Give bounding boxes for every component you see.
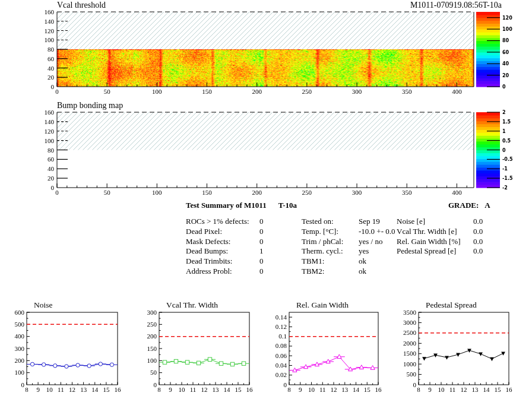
trend-title: Pedestal Spread xyxy=(426,300,477,309)
y-tick-label: 120 xyxy=(45,27,55,34)
y-tick-label: 0.06 xyxy=(276,352,287,359)
bump-map-title: Bump bonding map xyxy=(57,101,123,110)
summary-row: Vcal Thr. Width [e] 0.0 xyxy=(397,227,509,237)
defect-label: ROCs > 1% defects: xyxy=(186,217,249,226)
data-marker xyxy=(337,354,341,359)
bump-bonding-map-map-rect xyxy=(476,162,500,164)
data-marker xyxy=(87,364,91,368)
summary-row: TBM2: ok xyxy=(302,267,408,277)
condition-label: TBM1: xyxy=(302,256,324,265)
data-marker xyxy=(185,360,189,364)
colorbar-tick-label: 120 xyxy=(502,15,512,21)
summary-row: Dead Bumps: 1 xyxy=(186,246,305,256)
defect-label: Mask Defects: xyxy=(186,237,230,246)
hatched-region xyxy=(57,112,474,150)
bump-bonding-map-map-rect xyxy=(476,156,500,159)
x-tick-label: 8 xyxy=(25,386,28,393)
bump-bonding-map-map-rect xyxy=(476,124,500,127)
vcal-threshold-map-rect xyxy=(476,35,500,38)
colorbar-tick-label: 0.5 xyxy=(502,138,511,144)
bump-bonding-map-map-rect xyxy=(476,144,500,147)
y-tick-label: 300 xyxy=(147,309,157,316)
hatched-region xyxy=(57,12,474,49)
defect-label: Dead Pixel: xyxy=(186,227,222,236)
trend-title: Noise xyxy=(34,300,53,309)
module-id-title: M1011-070919.08:56T-10a xyxy=(410,1,502,10)
y-tick-label: 2000 xyxy=(403,340,417,347)
x-tick-label: 50 xyxy=(104,189,111,196)
y-tick-label: 0.04 xyxy=(276,362,287,369)
result-label: Vcal Thr. Width [e] xyxy=(397,227,457,236)
summary-row: ROCs > 1% defects: 0 xyxy=(186,217,305,227)
y-tick-label: 1000 xyxy=(403,360,417,368)
plot-frame xyxy=(27,312,118,385)
x-tick-label: 350 xyxy=(402,189,412,196)
bump-bonding-map-map: 0204060801001201401600501001502002503003… xyxy=(45,109,513,196)
x-tick-label: 0 xyxy=(55,189,59,196)
bump-bonding-map-map-rect xyxy=(476,173,500,176)
condition-label: Temp. [°C]: xyxy=(302,227,338,236)
defect-label: Dead Trimbits: xyxy=(186,256,232,265)
colorbar-tick-label: -1 xyxy=(502,166,508,172)
y-tick-label: 80 xyxy=(48,46,55,53)
x-tick-label: 150 xyxy=(202,189,212,196)
y-tick-label: 0 xyxy=(21,381,25,388)
y-tick-label: 250 xyxy=(147,321,157,328)
summary-row: Rel. Gain Width [%] 0.0 xyxy=(397,237,509,247)
x-tick-label: 400 xyxy=(452,88,462,95)
data-marker xyxy=(30,362,34,366)
x-tick-label: 11 xyxy=(58,386,64,393)
y-tick-label: 60 xyxy=(48,156,55,163)
vcal-threshold-map-rect xyxy=(476,64,500,66)
y-tick-label: 50 xyxy=(150,369,157,376)
x-tick-label: 12 xyxy=(461,386,467,393)
vcal-threshold-map-rect xyxy=(476,81,500,84)
vcal-threshold-map-rect xyxy=(476,66,500,69)
data-marker xyxy=(53,364,57,368)
x-tick-label: 14 xyxy=(483,386,490,393)
data-marker xyxy=(445,356,449,359)
results-column: Noise [e] 0.0 Vcal Thr. Width [e] 0.0 Re… xyxy=(397,217,509,256)
summary-row: Mask Defects: 0 xyxy=(186,237,305,247)
summary-row: TBM1: ok xyxy=(302,256,408,267)
x-tick-label: 12 xyxy=(331,386,337,393)
x-tick-label: 300 xyxy=(352,189,362,196)
x-tick-label: 12 xyxy=(201,386,208,393)
x-tick-label: 14 xyxy=(91,386,99,393)
vcal-threshold-map-rect xyxy=(476,78,500,81)
x-tick-label: 200 xyxy=(252,189,262,196)
summary-row: Dead Trimbits: 0 xyxy=(186,256,305,267)
plot-frame xyxy=(289,312,378,385)
y-tick-label: 0.02 xyxy=(276,371,287,378)
vcal-threshold-map-rect xyxy=(476,46,500,49)
condition-label: Therm. cycl.: xyxy=(302,246,343,255)
y-tick-label: 500 xyxy=(407,370,417,378)
summary-header: Test Summary of M1011T-10a xyxy=(186,201,297,210)
bump-bonding-map-map-rect xyxy=(476,170,500,173)
vcal-threshold-map-rect xyxy=(476,69,500,72)
x-tick-label: 10 xyxy=(438,386,445,393)
data-marker xyxy=(76,363,80,367)
colorbar-tick-label: 60 xyxy=(502,50,509,55)
x-tick-label: 11 xyxy=(190,386,197,393)
y-tick-label: 300 xyxy=(15,345,25,352)
x-tick-label: 16 xyxy=(375,386,382,393)
grade-badge: GRADE:A xyxy=(448,201,490,210)
plot-frame xyxy=(419,312,509,385)
defect-value: 0 xyxy=(259,237,264,247)
x-tick-label: 50 xyxy=(104,88,111,95)
y-tick-label: 0 xyxy=(413,381,417,388)
y-tick-label: 80 xyxy=(48,147,55,154)
x-tick-label: 10 xyxy=(308,386,315,393)
condition-value: -10.0 +- 0.0 xyxy=(359,227,395,237)
bump-bonding-map-map-rect xyxy=(476,176,500,179)
x-tick-label: 400 xyxy=(452,189,462,196)
condition-value: Sep 19 xyxy=(359,217,380,227)
y-tick-label: 3500 xyxy=(403,309,417,316)
data-marker xyxy=(490,357,494,361)
colorbar-tick-label: 0 xyxy=(502,148,506,153)
trend-noise: Noise01002003004005006008910111213141516 xyxy=(15,300,122,393)
y-tick-label: 100 xyxy=(45,137,55,144)
data-marker xyxy=(219,362,223,365)
y-tick-label: 2500 xyxy=(403,329,417,336)
